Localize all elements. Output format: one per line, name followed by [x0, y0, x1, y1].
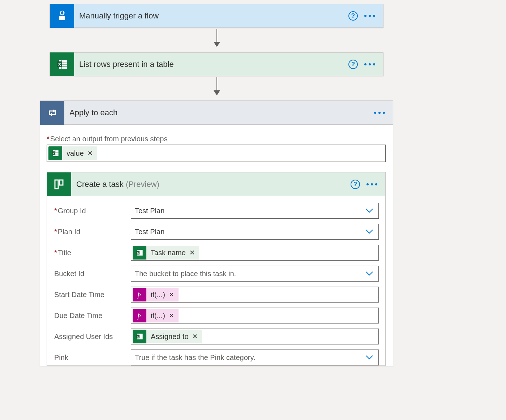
token-task-name[interactable]: X Task name ✕ — [133, 246, 199, 260]
svg-text:X: X — [137, 251, 139, 254]
chevron-down-icon[interactable] — [365, 208, 373, 213]
field-plan-id: *Plan Id Test Plan — [53, 224, 379, 240]
field-assigned: Assigned User Ids X Assigned to ✕ — [53, 329, 379, 344]
label-title: Title — [58, 249, 71, 257]
label-due-date: Due Date Time — [54, 312, 102, 320]
excel-icon: X — [133, 246, 146, 260]
field-start-date: Start Date Time fx if(...) ✕ — [53, 287, 379, 303]
input-title[interactable]: X Task name ✕ — [131, 245, 379, 261]
label-plan-id: Plan Id — [58, 228, 80, 236]
create-task-header[interactable]: Create a task (Preview) ? — [47, 172, 385, 196]
label-group-id: Group Id — [58, 207, 86, 215]
more-menu[interactable] — [366, 183, 377, 185]
excel-icon: X — [133, 330, 146, 343]
label-assigned: Assigned User Ids — [54, 333, 113, 340]
token-label: value — [62, 149, 87, 158]
chevron-down-icon[interactable] — [365, 271, 373, 276]
field-due-date: Due Date Time fx if(...) ✕ — [53, 308, 379, 323]
svg-rect-18 — [60, 180, 63, 185]
help-icon[interactable]: ? — [351, 180, 360, 189]
token-expression[interactable]: fx if(...) ✕ — [133, 288, 179, 301]
token-remove[interactable]: ✕ — [87, 150, 97, 157]
more-menu[interactable] — [364, 15, 375, 17]
step-trigger-title: Manually trigger a flow — [74, 11, 348, 21]
connector-arrow — [216, 77, 217, 95]
token-remove[interactable]: ✕ — [192, 333, 202, 340]
label-bucket-id: Bucket Id — [54, 270, 84, 278]
apply-to-each-title: Apply to each — [64, 108, 374, 117]
apply-to-each-panel: Apply to each *Select an output from pre… — [40, 100, 393, 366]
help-icon[interactable]: ? — [348, 11, 358, 21]
svg-text:X: X — [137, 335, 139, 338]
input-bucket-id[interactable]: The bucket to place this task in. — [131, 266, 379, 282]
apply-to-each-header[interactable]: Apply to each — [40, 101, 393, 125]
token-assigned-to[interactable]: X Assigned to ✕ — [133, 330, 202, 343]
fx-icon: fx — [133, 309, 146, 322]
loop-icon — [40, 101, 64, 125]
input-pink[interactable]: True if the task has the Pink category. — [131, 350, 379, 365]
label-start-date: Start Date Time — [54, 291, 104, 299]
token-remove[interactable]: ✕ — [189, 249, 199, 256]
input-plan-id[interactable]: Test Plan — [131, 224, 379, 240]
token-remove[interactable]: ✕ — [169, 291, 179, 298]
label-pink: Pink — [54, 353, 68, 361]
chevron-down-icon[interactable] — [365, 355, 373, 360]
connector-arrow — [216, 29, 217, 46]
trigger-icon — [50, 4, 74, 28]
select-output-label: *Select an output from previous steps — [47, 135, 386, 143]
create-task-card: Create a task (Preview) ? *Group Id Test… — [47, 172, 386, 366]
svg-text:X: X — [53, 152, 55, 155]
excel-icon: X — [48, 146, 62, 160]
select-output-input[interactable]: X value ✕ — [47, 145, 386, 162]
help-icon[interactable]: ? — [348, 60, 358, 69]
input-due-date[interactable]: fx if(...) ✕ — [131, 308, 379, 323]
svg-rect-0 — [59, 16, 65, 20]
input-start-date[interactable]: fx if(...) ✕ — [131, 287, 379, 303]
token-expression[interactable]: fx if(...) ✕ — [133, 309, 179, 322]
more-menu[interactable] — [374, 112, 385, 114]
svg-rect-17 — [55, 180, 58, 189]
token-remove[interactable]: ✕ — [169, 312, 179, 319]
chevron-down-icon[interactable] — [365, 229, 373, 234]
excel-icon: X — [50, 52, 74, 76]
input-assigned[interactable]: X Assigned to ✕ — [131, 329, 379, 344]
planner-icon — [47, 172, 71, 196]
step-list-rows-title: List rows present in a table — [74, 60, 348, 69]
svg-text:X: X — [58, 62, 61, 67]
token-value[interactable]: X value ✕ — [48, 146, 97, 160]
more-menu[interactable] — [364, 63, 375, 65]
field-bucket-id: Bucket Id The bucket to place this task … — [53, 266, 379, 282]
input-group-id[interactable]: Test Plan — [131, 203, 379, 219]
step-trigger[interactable]: Manually trigger a flow ? — [50, 4, 383, 28]
field-group-id: *Group Id Test Plan — [53, 203, 379, 219]
step-list-rows[interactable]: X List rows present in a table ? — [50, 52, 383, 76]
field-pink: Pink True if the task has the Pink categ… — [53, 350, 379, 365]
create-task-title: Create a task (Preview) — [71, 180, 351, 189]
fx-icon: fx — [133, 288, 146, 301]
field-title: *Title X Task name ✕ — [53, 245, 379, 261]
